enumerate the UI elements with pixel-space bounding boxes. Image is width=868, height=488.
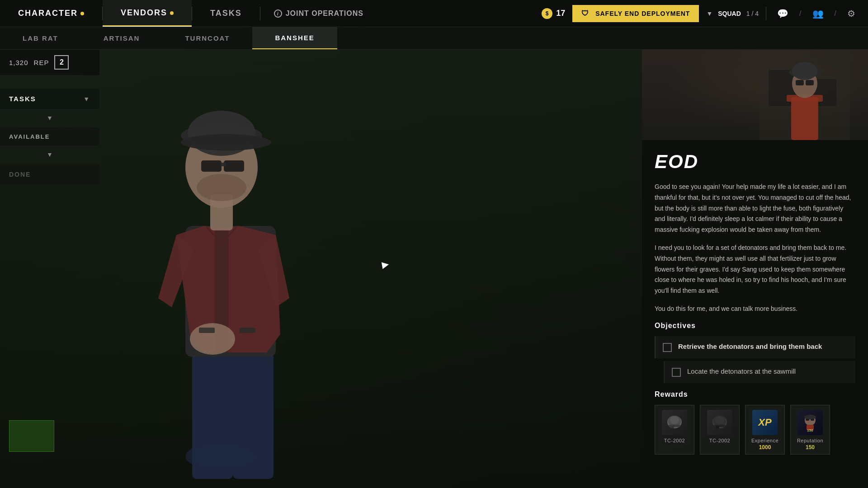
svg-rect-12 bbox=[224, 160, 244, 172]
svg-rect-34 bbox=[714, 425, 726, 427]
quest-paragraph-2: I need you to look for a set of detonato… bbox=[655, 243, 855, 296]
nav-joint-operations[interactable]: i JOINT OPERATIONS bbox=[260, 9, 377, 18]
tab-banshee[interactable]: BANSHEE bbox=[252, 27, 337, 49]
rewards-header: Rewards bbox=[655, 390, 855, 399]
svg-text:150: 150 bbox=[807, 428, 813, 432]
rep-level: 2 bbox=[54, 55, 69, 70]
reward-value-xp: 1000 bbox=[759, 444, 771, 450]
reward-icon-helmet-1 bbox=[662, 410, 687, 435]
nav-vendors[interactable]: VENDORS bbox=[103, 0, 192, 27]
nav-slash-2: / bbox=[835, 9, 836, 18]
objectives-header: Objectives bbox=[655, 322, 855, 330]
chevron-down-icon-2: ▼ bbox=[47, 114, 53, 122]
svg-rect-23 bbox=[796, 80, 804, 85]
reward-experience: XP Experience 1000 bbox=[745, 405, 785, 455]
objective-item-sub-1: Locate the detonators at the sawmill bbox=[664, 361, 855, 383]
svg-rect-24 bbox=[806, 80, 814, 85]
nav-right-section: $ 17 🛡 SAFELY END DEPLOYMENT ▼ SQUAD 1 /… bbox=[542, 5, 868, 22]
quest-title: EOD bbox=[655, 151, 855, 173]
currency-display: $ 17 bbox=[542, 8, 565, 19]
squad-info: ▼ SQUAD 1 / 4 bbox=[706, 10, 759, 17]
done-section: DONE bbox=[0, 164, 99, 184]
rep-label: REP bbox=[34, 59, 49, 66]
nav-divider-4 bbox=[766, 7, 766, 20]
nav-slash-1: / bbox=[799, 9, 801, 18]
objective-sub-text-1: Locate the detonators at the sawmill bbox=[687, 367, 796, 375]
sub-navigation: LAB RAT ARTISAN TURNCOAT BANSHEE bbox=[0, 27, 868, 50]
svg-rect-15 bbox=[199, 328, 215, 333]
svg-rect-36 bbox=[716, 426, 719, 428]
svg-rect-29 bbox=[669, 425, 680, 427]
chevron-down-icon-3: ▼ bbox=[47, 151, 53, 158]
reward-reputation: 150 Reputation 150 bbox=[790, 405, 830, 455]
xp-text: XP bbox=[758, 417, 771, 428]
svg-rect-11 bbox=[201, 160, 222, 172]
green-box bbox=[9, 420, 54, 452]
reward-label-rep: Reputation bbox=[797, 438, 823, 443]
nav-character[interactable]: CHARACTER bbox=[0, 0, 102, 27]
chat-icon[interactable]: 💬 bbox=[774, 6, 792, 21]
objective-checkbox-1[interactable] bbox=[663, 343, 672, 352]
currency-icon: $ bbox=[542, 8, 552, 19]
character-badge bbox=[80, 12, 84, 15]
reward-tc2002-1: TC-2002 bbox=[655, 405, 694, 455]
tasks-header[interactable]: TASKS ▼ bbox=[0, 89, 99, 109]
svg-rect-2 bbox=[233, 352, 274, 479]
reward-value-rep: 150 bbox=[806, 444, 815, 450]
svg-rect-13 bbox=[221, 163, 226, 166]
info-icon: i bbox=[274, 9, 282, 18]
left-panel: 1,320 REP 2 TASKS ▼ ▼ AVAILABLE ▼ DONE bbox=[0, 50, 99, 184]
svg-point-10 bbox=[181, 134, 271, 150]
svg-point-35 bbox=[715, 416, 724, 424]
rep-amount: 1,320 bbox=[9, 59, 28, 66]
quest-content: EOD Good to see you again! Your help mad… bbox=[642, 140, 868, 465]
objective-sub-checkbox-1[interactable] bbox=[672, 368, 681, 377]
svg-rect-1 bbox=[192, 352, 233, 479]
tab-artisan[interactable]: ARTISAN bbox=[81, 27, 163, 49]
vendors-badge bbox=[170, 11, 174, 15]
tab-lab-rat[interactable]: LAB RAT bbox=[0, 27, 81, 49]
svg-point-26 bbox=[792, 62, 817, 80]
reward-label-2: TC-2002 bbox=[709, 438, 730, 443]
shield-icon: 🛡 bbox=[581, 9, 589, 18]
nav-tasks[interactable]: TASKS bbox=[192, 0, 260, 27]
tasks-dropdown-1[interactable]: ▼ bbox=[0, 109, 99, 127]
squad-count: 1 / 4 bbox=[746, 10, 759, 17]
reward-label-xp: Experience bbox=[751, 438, 778, 443]
top-navigation: CHARACTER VENDORS TASKS i JOINT OPERATIO… bbox=[0, 0, 868, 27]
rep-bar: 1,320 REP 2 bbox=[0, 50, 99, 75]
right-panel: EOD Good to see you again! Your help mad… bbox=[642, 50, 868, 488]
squad-icon[interactable]: 👥 bbox=[809, 6, 827, 21]
settings-icon[interactable]: ⚙ bbox=[844, 6, 859, 21]
objective-text-1: Retrieve the detonators and bring them b… bbox=[678, 343, 822, 350]
quest-paragraph-1: Good to see you again! Your help made my… bbox=[655, 182, 855, 235]
tab-turncoat[interactable]: TURNCOAT bbox=[162, 27, 252, 49]
svg-rect-20 bbox=[791, 97, 818, 140]
svg-point-40 bbox=[804, 415, 816, 419]
svg-rect-31 bbox=[670, 426, 674, 428]
svg-rect-16 bbox=[240, 328, 255, 333]
tasks-dropdown-2[interactable]: ▼ bbox=[0, 145, 99, 164]
vendor-portrait-figure bbox=[760, 52, 850, 140]
chevron-down-icon: ▼ bbox=[83, 95, 90, 103]
reward-tc2002-2: TC-2002 bbox=[700, 405, 740, 455]
svg-point-14 bbox=[197, 174, 246, 201]
rewards-row: TC-2002 TC-2002 XP bbox=[655, 405, 855, 455]
reward-icon-rep: 150 bbox=[797, 410, 823, 435]
reward-label-1: TC-2002 bbox=[664, 438, 685, 443]
available-section: AVAILABLE bbox=[0, 128, 99, 145]
character-figure bbox=[122, 72, 339, 488]
vendor-portrait bbox=[642, 50, 868, 140]
svg-point-30 bbox=[670, 416, 679, 424]
objective-item-1: Retrieve the detonators and bring them b… bbox=[655, 336, 855, 358]
reward-icon-helmet-2 bbox=[707, 410, 732, 435]
quest-paragraph-3: You do this for me, and we can talk more… bbox=[655, 304, 855, 314]
end-deployment-button[interactable]: 🛡 SAFELY END DEPLOYMENT bbox=[572, 5, 699, 22]
reward-icon-xp: XP bbox=[752, 410, 778, 435]
